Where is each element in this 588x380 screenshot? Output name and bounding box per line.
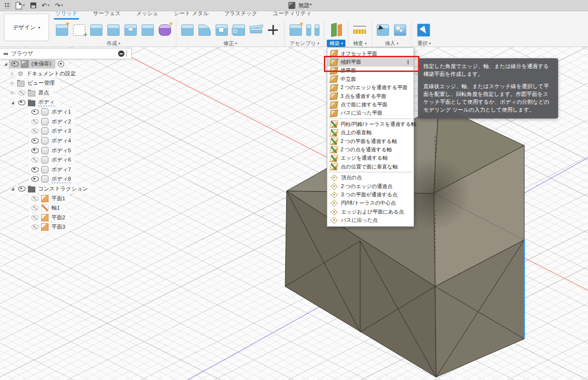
fillet-icon[interactable] bbox=[196, 21, 213, 39]
eye-visible-icon[interactable] bbox=[31, 138, 39, 143]
tab-utilities[interactable]: ユーティリティ bbox=[271, 10, 313, 20]
menu-item-plane-tangent-to-face-at-point[interactable]: 点で面に接する平面 bbox=[327, 100, 414, 109]
menu-item-perpendicular-axis-at-point[interactable]: 点上の垂直軸 bbox=[327, 129, 414, 137]
tab-solid[interactable]: ソリッド bbox=[54, 10, 79, 20]
create-form-icon[interactable] bbox=[156, 21, 173, 39]
menu-item-point-through-two-edges[interactable]: 2 つのエッジの通過点 bbox=[327, 182, 414, 190]
menu-item-axis-through-edge[interactable]: エッジを通過する軸 bbox=[327, 154, 414, 163]
canvas-icon[interactable] bbox=[392, 21, 409, 39]
eye-visible-icon[interactable] bbox=[18, 186, 25, 191]
tree-row-origin[interactable]: ▷原点 bbox=[0, 88, 92, 98]
collapse-panel-icon[interactable]: ◀◀ bbox=[3, 52, 7, 56]
expander-collapsed-icon[interactable]: ▷ bbox=[9, 71, 16, 76]
tree-row-plane-1[interactable]: 平面1 bbox=[0, 193, 92, 203]
menu-item-axis-through-cylinder-cone-torus[interactable]: 円柱/円錐/トーラスを通過する軸 bbox=[327, 120, 414, 128]
tree-row-body-4[interactable]: ボディ4 bbox=[0, 136, 92, 146]
inspect-dropdown-label[interactable]: 検査▾ bbox=[351, 40, 369, 47]
viewport[interactable]: ◀◀ ブラウザ ◢(未保存)▷⚙ドキュメントの設定▷ビュー管理▷原点◢ボディボデ… bbox=[0, 47, 588, 380]
menu-item-axis-through-two-planes[interactable]: 2 つの平面を通過する軸 bbox=[327, 137, 414, 145]
tree-row-document-settings[interactable]: ▷⚙ドキュメントの設定 bbox=[0, 69, 92, 79]
eye-hidden-icon[interactable] bbox=[31, 119, 39, 124]
tree-row-axis-1[interactable]: 軸1 bbox=[0, 203, 92, 213]
menu-item-point-on-edge-and-plane[interactable]: エッジおよび平面にある点 bbox=[327, 208, 414, 216]
tab-surface[interactable]: サーフェス bbox=[92, 10, 122, 20]
menu-item-point-through-three-planes[interactable]: 3 つの平面が通過する点 bbox=[327, 190, 414, 199]
tree-row-body-5[interactable]: ボディ5 bbox=[0, 145, 92, 155]
measure-icon[interactable] bbox=[351, 21, 368, 39]
menu-item-plane-through-two-edges[interactable]: 2 つのエッジを通過する平面 bbox=[327, 84, 414, 92]
tree-row-view-management[interactable]: ▷ビュー管理 bbox=[0, 78, 92, 88]
active-document-radio[interactable] bbox=[58, 61, 64, 67]
tree-row-body-6[interactable]: ボディ6 bbox=[0, 155, 92, 165]
tree-row-document-root[interactable]: ◢(未保存) bbox=[0, 59, 92, 69]
eye-visible-icon[interactable] bbox=[18, 100, 25, 105]
construction-planes-icon[interactable] bbox=[328, 21, 345, 39]
insert-dropdown-label[interactable]: 挿入▾ bbox=[383, 40, 401, 47]
create-sketch-icon[interactable] bbox=[71, 21, 88, 39]
shell-icon[interactable] bbox=[213, 21, 230, 39]
eye-visible-icon[interactable] bbox=[31, 176, 39, 182]
extrude-icon[interactable] bbox=[88, 21, 105, 39]
expander-expanded-icon[interactable]: ◢ bbox=[9, 187, 16, 191]
tab-plastic[interactable]: プラスチック bbox=[222, 10, 259, 20]
panel-minimize-icon[interactable] bbox=[118, 50, 124, 57]
expander-collapsed-icon[interactable]: ▷ bbox=[9, 81, 16, 85]
eye-visible-icon[interactable] bbox=[11, 61, 19, 67]
menu-item-midplane[interactable]: 中立面 bbox=[327, 75, 414, 83]
eye-visible-icon[interactable] bbox=[31, 109, 39, 115]
insert-derive-icon[interactable] bbox=[374, 21, 392, 39]
design-menu-button[interactable]: デザイン ▾ bbox=[4, 14, 49, 41]
eye-hidden-icon[interactable] bbox=[31, 196, 39, 201]
tree-row-plane-2[interactable]: 平面2 bbox=[0, 213, 92, 223]
menu-item-point-along-path[interactable]: パスに沿った点 bbox=[327, 216, 414, 224]
select-icon[interactable] bbox=[414, 21, 434, 39]
eye-hidden-icon[interactable] bbox=[31, 157, 39, 163]
hole-icon[interactable] bbox=[122, 21, 139, 39]
menu-item-axis-through-two-points[interactable]: 2 つの点を通過する軸 bbox=[327, 145, 414, 154]
tab-mesh[interactable]: メッシュ bbox=[135, 10, 160, 20]
combine-icon[interactable] bbox=[230, 21, 247, 39]
press-pull-icon[interactable] bbox=[179, 21, 196, 39]
menu-item-plane-through-three-points[interactable]: 3 点を通過する平面 bbox=[327, 92, 414, 100]
split-body-icon[interactable] bbox=[247, 21, 265, 39]
app-grid-icon[interactable] bbox=[4, 2, 10, 8]
joint-icon[interactable] bbox=[304, 21, 321, 39]
menu-item-axis-perpendicular-to-face-at-point[interactable]: 点の位置で面に垂直な軸 bbox=[327, 163, 414, 171]
pattern-icon[interactable] bbox=[139, 21, 156, 39]
menu-item-plane-along-path[interactable]: パスに沿った平面 bbox=[327, 109, 414, 118]
eye-hidden-icon[interactable] bbox=[31, 224, 39, 230]
select-dropdown-label[interactable]: 選択▾ bbox=[415, 40, 434, 47]
eye-visible-icon[interactable] bbox=[31, 148, 39, 153]
construct-dropdown-label[interactable]: 構築▾ bbox=[327, 40, 345, 47]
save-icon[interactable] bbox=[30, 2, 36, 8]
more-options-icon[interactable]: ⋮ bbox=[405, 59, 411, 66]
menu-item-tilted-plane[interactable]: 傾斜平面⋮ bbox=[327, 58, 414, 66]
new-component-icon[interactable] bbox=[53, 21, 71, 39]
expander-expanded-icon[interactable]: ◢ bbox=[9, 100, 16, 105]
tree-row-body-1[interactable]: ボディ1 bbox=[0, 107, 92, 117]
eye-visible-icon[interactable] bbox=[31, 167, 39, 172]
expander-expanded-icon[interactable]: ◢ bbox=[2, 62, 9, 66]
eye-hidden-icon[interactable] bbox=[31, 205, 39, 211]
tree-row-body-8[interactable]: ボディ8 bbox=[0, 174, 92, 184]
menu-item-center-point-circle-sphere-torus[interactable]: 円/球/トーラスの中心点 bbox=[327, 199, 414, 208]
tree-row-body-2[interactable]: ボディ2 bbox=[0, 117, 92, 127]
tab-sheet-metal[interactable]: シート メタル bbox=[172, 10, 210, 20]
panel-grip-handle[interactable] bbox=[126, 50, 128, 57]
move-icon[interactable] bbox=[265, 21, 282, 39]
undo-button[interactable]: ↶▾ bbox=[42, 2, 49, 9]
redo-button[interactable]: ↷▾ bbox=[55, 2, 63, 9]
menu-item-point-at-vertex[interactable]: 頂点の点 bbox=[327, 173, 414, 182]
assemble-dropdown-label[interactable]: アセンブリ▾ bbox=[287, 40, 321, 47]
tree-row-body-7[interactable]: ボディ7 bbox=[0, 165, 92, 175]
modify-dropdown-label[interactable]: 修正▾ bbox=[221, 40, 240, 47]
expander-collapsed-icon[interactable]: ▷ bbox=[9, 91, 16, 95]
menu-item-tangent-plane[interactable]: 接平面 bbox=[327, 67, 414, 75]
eye-hidden-icon[interactable] bbox=[18, 90, 25, 95]
create-dropdown-label[interactable]: 作成▾ bbox=[104, 40, 123, 47]
menu-item-offset-plane[interactable]: オフセット平面 bbox=[327, 49, 414, 58]
browser-panel-header[interactable]: ◀◀ ブラウザ bbox=[0, 48, 132, 59]
eye-hidden-icon[interactable] bbox=[31, 215, 39, 220]
tree-row-construction-folder[interactable]: ◢コンストラクション bbox=[0, 184, 92, 194]
tree-row-body-3[interactable]: ボディ3 bbox=[0, 126, 92, 136]
